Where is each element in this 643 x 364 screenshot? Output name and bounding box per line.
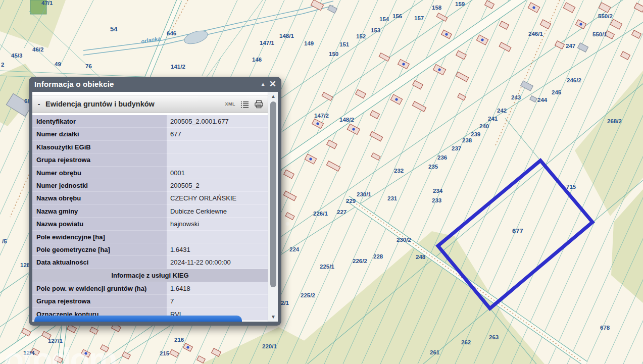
parcel-label: 245: [552, 89, 562, 95]
info-panel: Informacja o obiekcie ▲ ✕ - Ewidencja gr…: [29, 77, 281, 326]
section-collapse-toggle[interactable]: -: [32, 100, 45, 108]
parcel-label: 263: [489, 334, 499, 340]
row-label: Identyfikator: [32, 115, 167, 128]
parcel-label: 2: [1, 62, 4, 68]
parcel-label: 45/3: [11, 53, 22, 59]
table-row: Identyfikator200505_2.0001.677: [32, 115, 268, 128]
row-label: Pole pow. w ewidencji gruntów (ha): [32, 282, 167, 295]
parcel-label: 46/2: [32, 46, 43, 53]
parcel-label: 156: [392, 13, 402, 19]
parcel-label: 150: [329, 51, 338, 57]
parcel-label: 141/2: [171, 64, 185, 70]
parcel-label: 148/2: [339, 117, 354, 123]
parcel-label: 147/1: [260, 40, 274, 46]
table-row: Grupa rejestrowa: [32, 153, 268, 166]
watermark-otodom: otodom: [4, 341, 117, 364]
parcel-label: 225/1: [320, 264, 334, 270]
parcel-label: 49: [55, 61, 61, 67]
row-value: CZECHY ORLAŃSKIE: [167, 192, 268, 204]
scroll-down-arrow[interactable]: ▼: [268, 313, 278, 321]
row-label: Grupa rejestrowa: [32, 153, 167, 166]
parcel-label: 246/2: [567, 77, 581, 83]
parcel-label: 238: [462, 137, 472, 143]
row-label: Klasoużytki EGiB: [32, 141, 167, 153]
parcel-label: 149: [304, 40, 314, 46]
row-value: 200505_2: [167, 179, 268, 192]
row-value: [167, 153, 268, 166]
row-label: Nazwa obrębu: [32, 192, 167, 204]
parcel-label: 146: [252, 57, 262, 63]
parcel-label: 243: [511, 94, 521, 100]
parcel-label: 227: [337, 209, 347, 215]
parcel-label: 233: [432, 197, 441, 203]
row-value: Dubicze Cerkiewne: [167, 205, 268, 218]
xml-button[interactable]: XML: [225, 101, 236, 107]
parcel-label: 47/1: [41, 0, 53, 6]
table-section-header: Informacje z usługi KIEG: [32, 269, 268, 282]
info-panel-scrollarea: - Ewidencja gruntów i budynków XML: [32, 92, 268, 322]
row-value: [167, 231, 268, 243]
parcel-label: 152: [356, 33, 366, 39]
parcel-label: 153: [371, 27, 380, 33]
parcel-label: 262: [461, 339, 471, 345]
parcel-label: 2/1: [281, 300, 289, 306]
parcel-label: 216: [174, 337, 184, 343]
table-row: Nazwa powiatuhajnowski: [32, 218, 268, 230]
parcel-label: 550/2: [598, 13, 613, 19]
row-label: Nazwa powiatu: [32, 218, 167, 230]
parcel-label: /5: [2, 238, 7, 244]
parcel-label: 235: [428, 164, 438, 170]
parcel-label: 234: [433, 188, 443, 194]
parcel-label: 76: [85, 63, 92, 69]
scroll-thumb[interactable]: [270, 101, 276, 287]
parcel-label: 678: [600, 325, 610, 331]
row-label: Numer jednostki: [32, 179, 167, 192]
table-row: Numer działki677: [32, 128, 268, 140]
row-value: 1.6418: [167, 282, 268, 295]
scroll-up-arrow[interactable]: ▲: [268, 92, 278, 100]
attribute-table: Identyfikator200505_2.0001.677Numer dzia…: [32, 115, 268, 321]
parcel-label: 228: [373, 253, 383, 259]
parcel-label: 54: [110, 25, 118, 33]
panel-collapse-icon[interactable]: ▲: [261, 77, 266, 92]
parcel-label: 232: [394, 168, 404, 174]
row-value: 7: [167, 295, 268, 307]
row-value: hajnowski: [167, 218, 268, 230]
parcel-label: 231: [387, 195, 398, 201]
parcel-label: 550/1: [592, 31, 607, 37]
parcel-label: 247: [566, 43, 575, 49]
table-row: Grupa rejestrowa7: [32, 295, 268, 307]
parcel-label: 225/2: [301, 292, 315, 298]
section-title: Ewidencja gruntów i budynków: [45, 100, 225, 108]
section-header: - Ewidencja gruntów i budynków XML: [32, 95, 268, 113]
info-panel-titlebar[interactable]: Informacja o obiekcie: [29, 77, 281, 92]
parcel-label: 646: [167, 30, 176, 36]
table-row: Numer jednostki200505_2: [32, 179, 268, 192]
parcel-label: 261: [430, 349, 440, 355]
table-row: Nazwa obrębuCZECHY ORLAŃSKIE: [32, 192, 268, 204]
parcel-label: 677: [512, 227, 523, 235]
parcel-label: 224: [289, 246, 300, 252]
parcel-label: 229: [346, 198, 356, 204]
bottom-button-edge[interactable]: [34, 316, 242, 322]
table-row: Nazwa gminyDubicze Cerkiewne: [32, 205, 268, 218]
print-icon[interactable]: [254, 100, 264, 109]
parcel-label: 248: [416, 254, 426, 260]
parcel-label: 226/1: [313, 211, 328, 217]
row-label: Pole geometryczne [ha]: [32, 243, 167, 256]
row-value: 1.6431: [167, 243, 268, 256]
parcel-label: 236: [437, 154, 447, 161]
parcel-label: 159: [455, 1, 465, 7]
parcel-label: 158: [432, 5, 442, 11]
row-label: Data aktualności: [32, 256, 167, 269]
panel-close-icon[interactable]: ✕: [269, 77, 276, 92]
panel-scrollbar[interactable]: ▲ ▼: [268, 92, 278, 322]
parcel-label: 239: [471, 131, 480, 137]
row-label: Grupa rejestrowa: [32, 295, 167, 307]
parcel-label: 147/2: [314, 113, 329, 119]
row-label: Nazwa gminy: [32, 205, 167, 218]
parcel-label: 220/1: [262, 343, 277, 349]
parcel-label: 154: [379, 16, 389, 22]
list-icon[interactable]: [240, 100, 250, 109]
info-panel-body: - Ewidencja gruntów i budynków XML: [32, 92, 278, 322]
